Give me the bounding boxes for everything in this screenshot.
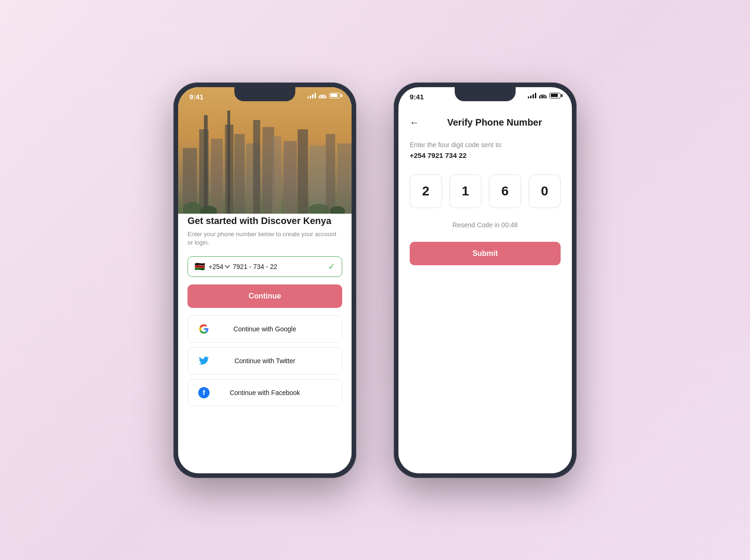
verify-title: Verify Phone Number [447, 117, 542, 128]
country-code-chevron [225, 263, 230, 269]
otp-digit-1[interactable]: 2 [410, 174, 442, 208]
status-time-1: 9:41 [189, 93, 203, 101]
twitter-icon [197, 354, 210, 367]
phone-1: 9:41 [173, 82, 356, 478]
country-flag: 🇰🇪 [195, 261, 205, 272]
google-button-label: Continue with Google [214, 325, 315, 333]
svg-rect-3 [211, 139, 223, 214]
facebook-icon: f [197, 386, 210, 399]
phone-2-screen: 9:41 ← Verify Phone Number [398, 87, 572, 473]
battery-icon-2 [549, 93, 561, 98]
twitter-signin-button[interactable]: Continue with Twitter [188, 347, 342, 374]
svg-rect-15 [338, 143, 352, 214]
signal-bars-1 [308, 93, 316, 98]
svg-rect-14 [326, 134, 335, 214]
phone-2-content: ← Verify Phone Number Enter the four dig… [398, 108, 572, 473]
svg-rect-6 [234, 134, 245, 214]
signal-bars-2 [528, 93, 536, 98]
svg-rect-10 [272, 136, 281, 214]
country-code[interactable]: +254 [209, 263, 229, 270]
continue-button[interactable]: Continue [188, 284, 342, 308]
svg-rect-13 [309, 146, 326, 214]
phone-1-content: Get started with Discover Kenya Enter yo… [178, 204, 352, 473]
google-icon [197, 322, 210, 336]
phone-2: 9:41 ← Verify Phone Number [394, 82, 577, 478]
wifi-icon-2 [539, 93, 547, 98]
phone-1-screen: 9:41 [178, 87, 352, 473]
resend-timer[interactable]: Resend Code in 00:48 [410, 221, 561, 229]
svg-rect-2 [204, 115, 208, 214]
otp-input-row: 2 1 6 0 [410, 174, 561, 208]
otp-digit-2[interactable]: 1 [450, 174, 482, 208]
otp-digit-3[interactable]: 6 [489, 174, 521, 208]
facebook-button-label: Continue with Facebook [214, 389, 315, 396]
verify-header: ← Verify Phone Number [410, 117, 561, 128]
notch-1 [234, 87, 295, 101]
city-skyline [178, 101, 352, 214]
svg-rect-12 [298, 129, 308, 214]
svg-rect-5 [227, 111, 230, 214]
twitter-button-label: Continue with Twitter [214, 357, 315, 365]
check-icon: ✓ [328, 261, 335, 272]
notch-2 [455, 87, 516, 101]
otp-digit-4[interactable]: 0 [529, 174, 561, 208]
app-subtitle: Enter your phone number below to create … [188, 230, 342, 247]
phone-number-input[interactable]: 7921 - 734 - 22 [233, 263, 324, 270]
verify-phone-number: +254 7921 734 22 [410, 151, 561, 159]
status-icons-1 [308, 93, 340, 98]
back-button[interactable]: ← [410, 117, 419, 128]
wifi-icon-1 [319, 93, 326, 98]
phone-input-row[interactable]: 🇰🇪 +254 7921 - 734 - 22 ✓ [188, 256, 342, 277]
battery-icon-1 [329, 93, 340, 98]
svg-rect-8 [253, 120, 260, 214]
hero-image: 9:41 [178, 87, 352, 214]
google-signin-button[interactable]: Continue with Google [188, 315, 342, 343]
submit-button[interactable]: Submit [410, 242, 561, 265]
status-time-2: 9:41 [410, 93, 424, 101]
status-icons-2 [528, 93, 561, 98]
verify-subtitle: Enter the four digit code sent to: [410, 141, 561, 149]
facebook-signin-button[interactable]: f Continue with Facebook [188, 379, 342, 406]
app-title: Get started with Discover Kenya [188, 216, 342, 226]
svg-rect-11 [284, 141, 297, 214]
